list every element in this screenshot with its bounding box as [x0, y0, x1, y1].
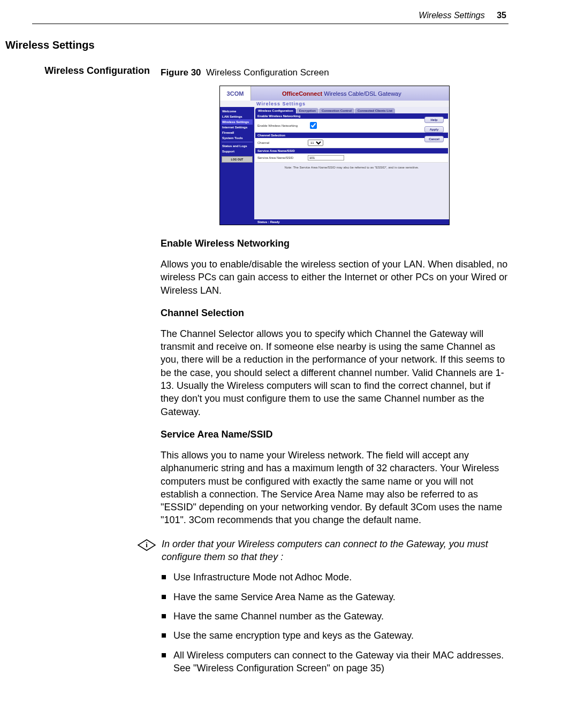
brand-tagline: Wireless Cable/DSL Gateway — [322, 90, 401, 97]
running-header-page: 35 — [497, 11, 506, 20]
status-bar: Status : Ready — [254, 219, 449, 225]
nav-item[interactable]: Status and Logs — [222, 143, 253, 149]
brand-logo: 3COM — [220, 86, 251, 101]
screenshot-sidebar: Welcome LAN Settings Wireless Settings I… — [220, 107, 254, 225]
figure-caption-text: Wireless Configuration Screen — [206, 67, 329, 78]
list-item: All Wireless computers can connect to th… — [161, 649, 508, 675]
tab-encryption[interactable]: Encryption — [297, 108, 318, 113]
section-heading: Wireless Settings — [5, 39, 150, 51]
screenshot-title: OfficeConnect Wireless Cable/DSL Gateway — [282, 90, 401, 97]
subheading-channel: Channel Selection — [161, 308, 508, 319]
field-label-ssid: Service Area Name/SSID — [257, 156, 308, 159]
paragraph-ssid: This allows you to name your Wireless ne… — [161, 449, 508, 527]
figure-label: Figure 30 — [161, 67, 201, 78]
tab-wireless-configuration[interactable]: Wireless Configuration — [255, 108, 296, 113]
help-button[interactable]: Help — [424, 117, 444, 123]
channel-select[interactable]: 11 — [308, 140, 323, 146]
subheading-ssid: Service Area Name/SSID — [161, 429, 508, 440]
screenshot-wireless-config: 3COM OfficeConnect Wireless Cable/DSL Ga… — [219, 86, 450, 225]
figure-caption: Figure 30 Wireless Configuration Screen — [161, 67, 508, 78]
logout-button[interactable]: LOG OUT — [222, 156, 253, 163]
nav-item[interactable]: System Tools — [222, 135, 253, 141]
ssid-input[interactable] — [308, 155, 344, 160]
nav-item-selected[interactable]: Wireless Settings — [222, 119, 253, 125]
info-icon: i — [137, 539, 156, 551]
cancel-button[interactable]: Cancel — [424, 136, 444, 142]
tab-connected-clients[interactable]: Connected Clients List — [355, 108, 395, 113]
field-label-channel: Channel — [257, 141, 308, 144]
bullet-list: Use Infrastructure Mode not Adhoc Mode. … — [161, 571, 508, 675]
field-label-enable: Enable Wireless Networking — [257, 124, 308, 127]
paragraph-enable: Allows you to enable/disable the wireles… — [161, 258, 508, 297]
note-text: In order that your Wireless computers ca… — [162, 538, 508, 564]
nav-item[interactable]: Support — [222, 149, 253, 154]
subheading-enable: Enable Wireless Networking — [161, 238, 508, 249]
header-rule — [32, 24, 508, 24]
running-header-title: Wireless Settings — [419, 11, 484, 20]
panel-header-enable: Enable Wireless Networking — [255, 113, 448, 119]
nav-divider — [222, 142, 253, 142]
nav-item[interactable]: Internet Settings — [222, 125, 253, 130]
list-item: Use Infrastructure Mode not Adhoc Mode. — [161, 571, 508, 584]
svg-text:i: i — [146, 541, 148, 549]
brand-name: OfficeConnect — [282, 90, 322, 97]
screenshot-subtitle: Wireless Settings — [220, 101, 449, 107]
nav-item[interactable]: LAN Settings — [222, 114, 253, 119]
panel-header-channel: Channel Selection — [255, 133, 448, 138]
paragraph-channel: The Channel Selector allows you to speci… — [161, 327, 508, 418]
nav-item[interactable]: Firewall — [222, 130, 253, 135]
tab-connection-control[interactable]: Connection Control — [319, 108, 354, 113]
enable-wireless-checkbox[interactable] — [310, 122, 317, 129]
screenshot-note: Note: The Service Area Name/SSID may als… — [255, 163, 448, 172]
list-item: Use the same encryption type and keys as… — [161, 629, 508, 642]
apply-button[interactable]: Apply — [424, 126, 444, 133]
list-item: Have the same Channel number as the Gate… — [161, 610, 508, 623]
panel-header-ssid: Service Area Name/SSID — [255, 148, 448, 154]
side-label-wireless-configuration: Wireless Configuration — [32, 64, 150, 681]
nav-item[interactable]: Welcome — [222, 109, 253, 114]
running-header: Wireless Settings 35 — [32, 11, 508, 20]
list-item: Have the same Service Area Name as the G… — [161, 591, 508, 603]
